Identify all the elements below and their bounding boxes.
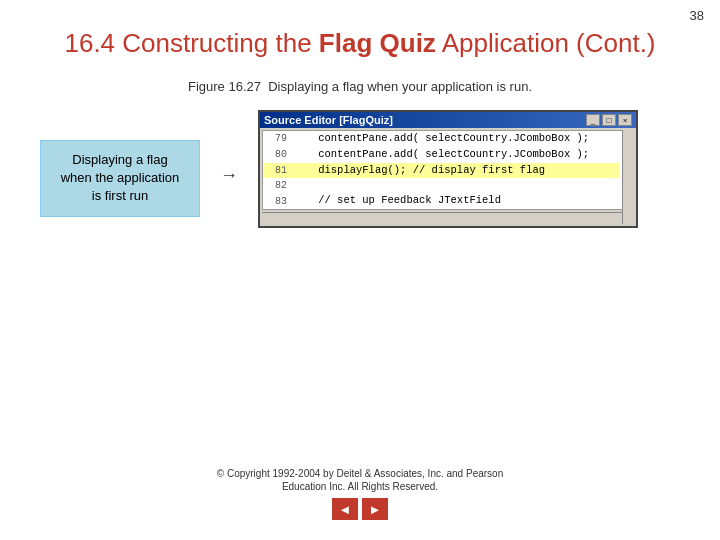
figure-label: Figure 16.27: [188, 79, 261, 94]
code-line-81: 81 displayFlag(); // display first flag: [263, 163, 619, 179]
content-area: Displaying a flag when the application i…: [0, 110, 720, 228]
slide-number: 38: [690, 8, 704, 23]
copyright-line1: © Copyright 1992-2004 by Deitel & Associ…: [217, 468, 503, 479]
figure-caption: Figure 16.27 Displaying a flag when your…: [0, 79, 720, 94]
arrow-icon: →: [220, 165, 238, 186]
prev-button[interactable]: ◄: [332, 498, 358, 520]
code-line-79: 79 contentPane.add( selectCountry.JCombo…: [263, 131, 619, 147]
scrollbar-horizontal[interactable]: [262, 212, 634, 224]
figure-text: Displaying a flag when your application …: [268, 79, 532, 94]
title-text: 16.4 Constructing the Flag Quiz Applicat…: [40, 28, 680, 59]
code-line-82: 82: [263, 178, 619, 193]
window-controls: _ □ ×: [586, 114, 632, 126]
line-num-80: 80: [265, 147, 293, 162]
scrollbar-vertical[interactable]: [622, 130, 634, 210]
next-button[interactable]: ►: [362, 498, 388, 520]
line-code-83: // set up Feedback JTextField: [293, 193, 501, 209]
window-title: Source Editor [FlagQuiz]: [264, 114, 393, 126]
line-num-82: 82: [265, 178, 293, 193]
maximize-button[interactable]: □: [602, 114, 616, 126]
code-line-83: 83 // set up Feedback JTextField: [263, 193, 619, 209]
line-code-80: contentPane.add( selectCountry.JComboBox…: [293, 147, 589, 163]
nav-buttons: ◄ ►: [332, 498, 388, 520]
line-num-79: 79: [265, 131, 293, 146]
title-bold: Flag Quiz: [319, 28, 436, 58]
copyright-line2: Education Inc. All Rights Reserved.: [282, 481, 438, 492]
code-content: 79 contentPane.add( selectCountry.JCombo…: [263, 131, 619, 209]
code-line-80: 80 contentPane.add( selectCountry.JCombo…: [263, 147, 619, 163]
line-code-79: contentPane.add( selectCountry.JComboBox…: [293, 131, 589, 147]
code-body-wrapper: 79 contentPane.add( selectCountry.JCombo…: [260, 130, 636, 224]
code-body: 79 contentPane.add( selectCountry.JCombo…: [262, 130, 634, 210]
close-button[interactable]: ×: [618, 114, 632, 126]
title-prefix: 16.4 Constructing the: [64, 28, 318, 58]
line-code-81: displayFlag(); // display first flag: [293, 163, 545, 179]
footer: © Copyright 1992-2004 by Deitel & Associ…: [0, 468, 720, 520]
annotation-box: Displaying a flag when the application i…: [40, 140, 200, 217]
minimize-button[interactable]: _: [586, 114, 600, 126]
code-window: Source Editor [FlagQuiz] _ □ × 79 conten…: [258, 110, 638, 228]
line-num-83: 83: [265, 194, 293, 209]
title-suffix: Application (Cont.): [436, 28, 656, 58]
window-titlebar: Source Editor [FlagQuiz] _ □ ×: [260, 112, 636, 128]
arrow-area: →: [220, 165, 238, 186]
line-num-81: 81: [265, 163, 293, 178]
slide-title: 16.4 Constructing the Flag Quiz Applicat…: [0, 0, 720, 71]
